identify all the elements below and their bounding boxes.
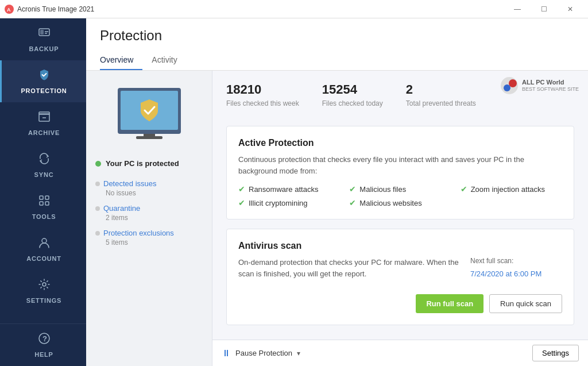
sidebar: BACKUP PROTECTION ARCHIVE [0, 18, 86, 366]
detected-issues-sub: No issues [95, 189, 203, 197]
right-panel: 18210 Files checked this week 15254 File… [212, 71, 588, 340]
sync-icon [38, 152, 51, 168]
content-header: Protection Overview Activity [86, 18, 588, 71]
antivirus-scan-title: Antivirus scan [238, 241, 562, 251]
brand-line2: BEST SOFTWARE SITE [522, 86, 579, 93]
check-icon: ✔ [238, 198, 245, 207]
stat-threats: 2 Total prevented threats [406, 82, 476, 107]
app-icon: A [5, 5, 14, 14]
settings-button[interactable]: Settings [532, 345, 579, 361]
svg-point-14 [42, 283, 46, 286]
pause-icon: ⏸ [222, 348, 231, 359]
brand-area: ALL PC World BEST SOFTWARE SITE [491, 71, 588, 101]
account-label: ACCOUNT [26, 255, 61, 262]
monitor-svg [112, 82, 187, 145]
check-icon: ✔ [461, 184, 467, 194]
exclusions-item: Protection exclusions 5 items [95, 229, 203, 246]
detected-issues-label: Detected issues [103, 179, 157, 188]
settings-label: SETTINGS [26, 297, 61, 304]
monitor-illustration [95, 82, 203, 145]
archive-label: ARCHIVE [28, 129, 60, 136]
status-dot [95, 161, 101, 167]
run-full-scan-button[interactable]: Run full scan [416, 294, 483, 313]
sidebar-item-archive[interactable]: ARCHIVE [0, 102, 86, 144]
app-title: Acronis True Image 2021 [17, 5, 504, 13]
right-panel-wrapper: ALL PC World BEST SOFTWARE SITE 18210 Fi… [212, 71, 588, 366]
close-button[interactable]: ✕ [557, 0, 583, 18]
svg-point-13 [42, 238, 47, 243]
brand-logo-svg [500, 76, 519, 95]
quarantine-link[interactable]: Quarantine [95, 204, 203, 213]
maximize-button[interactable]: ☐ [531, 0, 557, 18]
sync-label: SYNC [34, 171, 54, 178]
protection-ransomware-label: Ransomware attacks [249, 185, 318, 194]
window-controls: — ☐ ✕ [504, 0, 583, 18]
stat-value-today: 15254 [322, 82, 383, 97]
svg-rect-10 [45, 196, 49, 199]
svg-rect-7 [39, 112, 49, 114]
tab-overview[interactable]: Overview [100, 51, 142, 70]
svg-rect-12 [45, 202, 49, 205]
page-title: Protection [100, 28, 574, 44]
sidebar-item-account[interactable]: ACCOUNT [0, 228, 86, 270]
brand-text: ALL PC World BEST SOFTWARE SITE [522, 79, 579, 93]
backup-label: BACKUP [29, 45, 59, 52]
sidebar-item-settings[interactable]: SETTINGS [0, 270, 86, 312]
settings-nav-icon [38, 278, 51, 294]
account-icon [38, 236, 51, 252]
sidebar-item-tools[interactable]: TOOLS [0, 186, 86, 228]
tools-icon [38, 194, 51, 210]
antivirus-desc: On-demand protection that checks your PC… [238, 257, 459, 279]
detected-issues-link[interactable]: Detected issues [95, 179, 203, 188]
sidebar-links: Detected issues No issues Quarantine 2 i… [95, 179, 203, 246]
stat-label-week: Files checked this week [226, 99, 299, 107]
app-body: BACKUP PROTECTION ARCHIVE [0, 18, 588, 366]
protection-label: PROTECTION [21, 87, 67, 94]
active-protection-title: Active Protection [238, 138, 562, 148]
svg-text:?: ? [42, 334, 48, 343]
tab-activity[interactable]: Activity [152, 51, 186, 70]
sidebar-item-protection[interactable]: PROTECTION [0, 60, 86, 102]
svg-rect-18 [136, 136, 163, 139]
svg-rect-11 [40, 202, 43, 205]
antivirus-right: Next full scan: 7/24/2020 at 6:00 PM [470, 257, 562, 287]
bottom-bar: ⏸ Pause Protection ▾ Settings [212, 340, 588, 366]
archive-icon [38, 110, 51, 126]
stat-files-week: 18210 Files checked this week [226, 82, 299, 107]
pause-protection-button[interactable]: ⏸ Pause Protection ▾ [222, 348, 300, 359]
active-protection-card: Active Protection Continuous protection … [226, 126, 574, 219]
stat-label-threats: Total prevented threats [406, 99, 476, 107]
bullet-icon [95, 231, 100, 236]
protection-item-malicious-files: ✔ Malicious files [349, 184, 451, 194]
exclusions-label: Protection exclusions [103, 229, 174, 237]
sidebar-item-help[interactable]: ? HELP [0, 324, 86, 366]
protection-cryptomining-label: Illicit cryptomining [249, 199, 308, 207]
antivirus-body: On-demand protection that checks your PC… [238, 257, 562, 287]
protection-item-zoom: ✔ Zoom injection attacks [461, 184, 562, 194]
status-indicator: Your PC is protected [95, 159, 203, 168]
protection-item-cryptomining: ✔ Illicit cryptomining [238, 198, 340, 207]
content-area: Protection Overview Activity [86, 18, 588, 366]
help-label: HELP [34, 351, 53, 358]
stat-value-threats: 2 [406, 82, 476, 97]
minimize-button[interactable]: — [504, 0, 531, 18]
protection-items: ✔ Ransomware attacks ✔ Malicious files ✔… [238, 184, 562, 207]
svg-point-23 [504, 84, 510, 91]
detected-issues-item: Detected issues No issues [95, 179, 203, 197]
brand-line1: ALL PC World [522, 79, 579, 86]
check-icon: ✔ [349, 198, 356, 207]
pause-label: Pause Protection [235, 349, 292, 357]
bullet-icon [95, 206, 100, 211]
help-icon: ? [38, 332, 51, 348]
svg-rect-9 [40, 196, 43, 199]
antivirus-left: On-demand protection that checks your PC… [238, 257, 459, 287]
protection-item-malicious-websites: ✔ Malicious websites [349, 198, 451, 207]
exclusions-sub: 5 items [95, 238, 203, 246]
protection-malicious-websites-label: Malicious websites [359, 199, 421, 207]
sidebar-item-sync[interactable]: SYNC [0, 144, 86, 186]
sidebar-item-backup[interactable]: BACKUP [0, 18, 86, 60]
exclusions-link[interactable]: Protection exclusions [95, 229, 203, 237]
run-quick-scan-button[interactable]: Run quick scan [489, 294, 562, 313]
tabs: Overview Activity [100, 51, 574, 70]
left-panel: Your PC is protected Detected issues No … [86, 71, 212, 366]
